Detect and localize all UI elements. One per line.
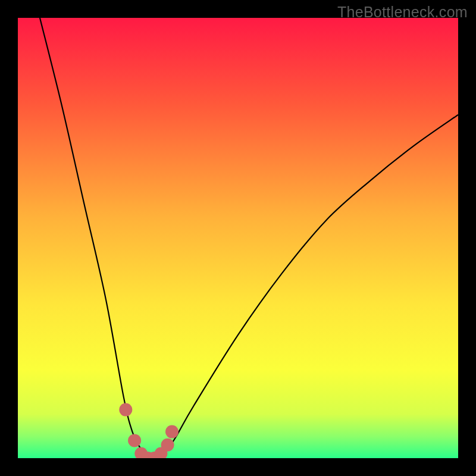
marker-dot: [128, 434, 141, 447]
marker-dot: [165, 425, 178, 439]
marker-dot: [119, 403, 132, 416]
marker-dot: [161, 439, 174, 452]
plot-svg: [18, 18, 458, 458]
plot-area: [18, 18, 458, 458]
chart-frame: TheBottleneck.com: [0, 0, 476, 476]
gradient-background: [18, 18, 458, 458]
